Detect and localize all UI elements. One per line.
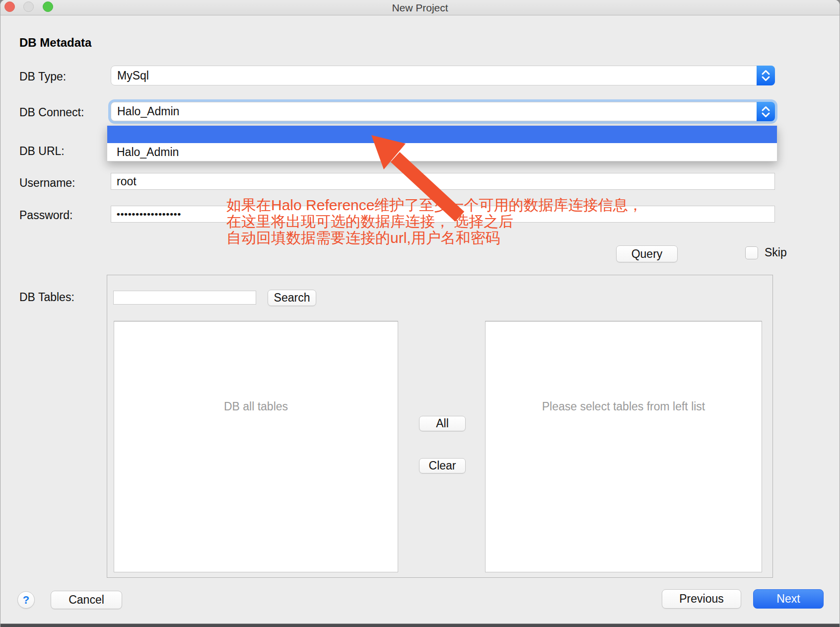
window-bottom-edge: [0, 624, 840, 627]
annotation-line-3: 自动回填数据需要连接的url,用户名和密码: [226, 230, 642, 246]
select-all-button[interactable]: All: [419, 416, 466, 431]
db-tables-label: DB Tables:: [19, 291, 74, 304]
db-type-label: DB Type:: [19, 70, 66, 83]
annotation-line-1: 如果在Halo Reference维护了至少一个可用的数据库连接信息，: [226, 197, 642, 213]
clear-selection-button[interactable]: Clear: [419, 458, 466, 473]
db-connect-selected-value: Halo_Admin: [111, 105, 179, 118]
skip-label: Skip: [765, 246, 787, 259]
chevron-up-down-icon: [757, 102, 775, 121]
db-connect-label: DB Connect:: [19, 106, 84, 119]
dropdown-option-halo-admin[interactable]: Halo_Admin: [107, 143, 777, 161]
username-label: Username:: [19, 176, 75, 190]
dropdown-option-empty[interactable]: [107, 126, 777, 143]
help-button[interactable]: ?: [17, 591, 35, 609]
selected-tables-list[interactable]: Please select tables from left list: [485, 321, 762, 572]
chevron-up-down-icon: [757, 66, 775, 85]
username-input[interactable]: [111, 173, 775, 190]
selected-tables-placeholder: Please select tables from left list: [486, 400, 762, 413]
db-url-label: DB URL:: [19, 145, 65, 158]
db-connect-dropdown-list: Halo_Admin: [107, 126, 777, 161]
db-connect-select[interactable]: Halo_Admin: [111, 102, 775, 121]
db-type-select[interactable]: MySql: [111, 66, 775, 85]
title-bar: New Project: [0, 0, 840, 15]
search-button[interactable]: Search: [268, 290, 316, 306]
all-tables-placeholder: DB all tables: [114, 400, 398, 413]
db-type-selected-value: MySql: [111, 69, 149, 82]
new-project-dialog: New Project DB Metadata DB Type: MySql D…: [0, 0, 840, 627]
skip-checkbox-row: Skip: [745, 246, 787, 259]
window-title: New Project: [0, 2, 840, 14]
table-search-input[interactable]: [113, 291, 256, 305]
annotation-line-2: 在这里将出现可选的数据库连接， 选择之后: [226, 213, 642, 230]
previous-button[interactable]: Previous: [662, 589, 741, 609]
annotation-note: 如果在Halo Reference维护了至少一个可用的数据库连接信息， 在这里将…: [226, 197, 642, 246]
section-title: DB Metadata: [19, 36, 91, 50]
all-tables-list[interactable]: DB all tables: [114, 321, 398, 572]
cancel-button[interactable]: Cancel: [51, 591, 122, 609]
query-button[interactable]: Query: [616, 245, 678, 262]
password-label: Password:: [19, 209, 72, 222]
next-button[interactable]: Next: [753, 589, 824, 609]
skip-checkbox[interactable]: [745, 246, 758, 259]
